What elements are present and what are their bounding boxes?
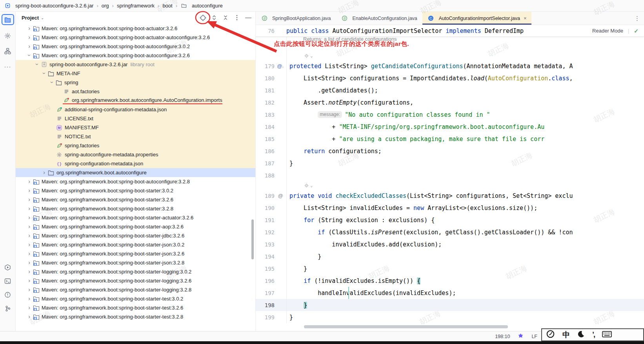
tree-item[interactable]: ›Maven: org.springframework.boot:spring-… <box>16 213 255 222</box>
tree-item[interactable]: ›Maven: org.springframework.boot:spring-… <box>16 195 255 204</box>
tree-item[interactable]: spring.factories <box>16 141 255 150</box>
line-number[interactable]: 197 <box>256 290 275 296</box>
gutter-icon-slot[interactable]: @ <box>275 193 286 199</box>
code-line-text[interactable]: Assert.notEmpty(configurations, <box>286 96 644 109</box>
services-tool-button[interactable] <box>2 263 13 272</box>
structure-tool-button[interactable] <box>2 46 13 56</box>
tree-item[interactable]: ›org.springframework.boot.autoconfigure <box>16 168 255 177</box>
tree-item[interactable]: MMANIFEST.MF <box>16 123 255 132</box>
tree-item[interactable]: ›Maven: org.springframework.boot:spring-… <box>16 24 255 33</box>
locate-icon[interactable] <box>199 14 207 22</box>
code-line-text[interactable]: return configurations; <box>286 145 644 157</box>
terminal-tool-button[interactable] <box>2 276 13 286</box>
line-number[interactable]: 185 <box>256 136 275 142</box>
tree-item[interactable]: aot.factories <box>16 87 255 96</box>
line-number[interactable]: 187 <box>256 160 275 167</box>
line-number[interactable]: 191 <box>256 217 275 223</box>
tree-item[interactable]: LICENSE.txt <box>16 114 255 123</box>
line-number[interactable]: 192 <box>256 229 275 235</box>
code-line-text[interactable]: } <box>286 250 644 263</box>
more-icon[interactable]: ⋮ <box>233 14 241 22</box>
code-line[interactable]: 183 message:"No auto configuration class… <box>256 109 644 121</box>
line-number[interactable]: 179 <box>256 63 275 69</box>
chevron-right-icon[interactable]: › <box>26 259 33 266</box>
tree-item[interactable]: ›Maven: org.springframework.boot:spring-… <box>16 276 255 285</box>
code-line[interactable]: 180 List<String> configurations = Import… <box>256 72 644 84</box>
inspections-ok-icon[interactable]: ✓ <box>634 28 639 34</box>
tree-item[interactable]: spring-autoconfigure-metadata.properties <box>16 150 255 159</box>
code-line[interactable]: 188 <box>256 169 644 181</box>
tree-item[interactable]: ›Maven: org.springframework.boot:spring-… <box>16 294 255 303</box>
tree-item[interactable]: ›Maven: org.springframework.boot:spring-… <box>16 42 255 51</box>
line-number[interactable]: 194 <box>256 253 275 260</box>
tree-item[interactable]: ›Maven: org.springframework.boot:spring-… <box>16 186 255 195</box>
problems-tool-button[interactable] <box>2 290 13 299</box>
tree-item[interactable]: ›Maven: org.springframework.boot:spring-… <box>16 285 255 294</box>
tree-item[interactable]: ›Maven: org.springframework.boot:spring-… <box>16 177 255 186</box>
code-line[interactable]: 191 for (String exclusion : exclusions) … <box>256 214 644 226</box>
chevron-right-icon[interactable]: › <box>26 250 33 257</box>
code-line[interactable]: 179@↓protected List<String> getCandidate… <box>256 60 644 72</box>
code-line[interactable]: 193 invalidExcludes.add(exclusion); <box>256 238 644 250</box>
code-line[interactable]: 198 } <box>256 299 644 311</box>
chevron-right-icon[interactable]: › <box>26 232 33 239</box>
code-line[interactable]: 196 if (!invalidExcludes.isEmpty()) { <box>256 275 644 287</box>
horizontal-scrollbar[interactable] <box>304 325 508 328</box>
chevron-right-icon[interactable]: › <box>26 304 33 311</box>
tree-item[interactable]: additional-spring-configuration-metadata… <box>16 105 255 114</box>
ime-keyboard-icon[interactable] <box>602 331 612 339</box>
reader-mode-button[interactable]: Reader Mode <box>592 28 623 34</box>
code-line-text[interactable]: protected List<String> getCandidateConfi… <box>286 60 644 72</box>
line-number[interactable]: 186 <box>256 148 275 154</box>
line-number[interactable]: 188 <box>256 172 275 179</box>
code-line-text[interactable]: } <box>286 263 644 275</box>
code-line-text[interactable]: private void checkExcludedClasses(List<S… <box>286 190 644 202</box>
tree-item[interactable]: ›Maven: org.springframework.boot:spring-… <box>16 33 255 42</box>
chevron-down-icon[interactable]: › <box>41 70 47 76</box>
code-line-text[interactable]: if (!invalidExcludes.isEmpty()) { <box>286 275 644 287</box>
code-line-text[interactable]: List<String> configurations = ImportCand… <box>286 72 644 84</box>
close-icon[interactable]: × <box>524 15 527 21</box>
hide-icon[interactable]: — <box>244 14 252 22</box>
line-separator-indicator[interactable]: LF <box>531 334 537 339</box>
tree-item[interactable]: ›Maven: org.springframework.boot:spring-… <box>16 267 255 276</box>
ime-punctuation-mode[interactable]: ’, <box>592 331 595 339</box>
tree-item[interactable]: ›Maven: org.springframework.boot:spring-… <box>16 231 255 240</box>
code-line[interactable]: 187} <box>256 157 644 169</box>
chevron-right-icon[interactable]: › <box>26 223 33 230</box>
ai-assistant-icon[interactable] <box>518 333 524 340</box>
code-line-text[interactable]: handleInvalidExcludes(invalidExcludes); <box>286 287 644 299</box>
annotation-gutter-icon[interactable]: @ <box>278 193 283 199</box>
gutter-icon-slot[interactable]: @↓ <box>275 63 286 69</box>
line-number[interactable]: 190 <box>256 205 275 211</box>
line-number[interactable]: 193 <box>256 241 275 248</box>
git-tool-button[interactable] <box>2 304 13 313</box>
tree-item[interactable]: ›Maven: org.springframework.boot:spring-… <box>16 51 255 60</box>
caret-position[interactable]: 198:10 <box>495 334 510 339</box>
tree-item[interactable]: {}spring-configuration-metadata.json <box>16 159 255 168</box>
tree-scrollbar[interactable] <box>251 219 254 259</box>
tab-bar-more-icon[interactable]: ⋮ <box>634 15 640 22</box>
ime-moon-icon[interactable] <box>577 330 585 339</box>
tree-item[interactable]: org.springframework.boot.autoconfigure.A… <box>16 96 255 105</box>
code-line[interactable]: 192 if (ClassUtils.isPresent(exclusion, … <box>256 226 644 238</box>
tree-item[interactable]: ›Maven: org.springframework.boot:spring-… <box>16 303 255 312</box>
code-line[interactable]: 197 handleInvalidExcludes(invalidExclude… <box>256 287 644 299</box>
chevron-right-icon[interactable]: › <box>26 34 33 40</box>
code-area[interactable]: Returns: a list of candidate configurati… <box>256 36 644 331</box>
chevron-down-icon[interactable]: › <box>26 52 33 58</box>
chevron-down-icon[interactable]: › <box>49 79 55 85</box>
code-line-text[interactable]: invalidExcludes.add(exclusion); <box>286 238 644 250</box>
line-number[interactable]: 180 <box>256 75 275 81</box>
code-line[interactable]: 190 List<String> invalidExcludes = new A… <box>256 202 644 214</box>
breadcrumb-item[interactable]: springframework <box>117 3 155 9</box>
tree-item[interactable]: ›Maven: org.springframework.boot:spring-… <box>16 240 255 249</box>
code-line-text[interactable]: + "META-INF/spring/org.springframework.b… <box>286 121 644 133</box>
chevron-right-icon[interactable]: › <box>26 43 33 49</box>
sticky-header-line[interactable]: 76 public class AutoConfigurationImportS… <box>256 25 644 37</box>
tab-AutoConfigurationImportSelector[interactable]: CAutoConfigurationImportSelector.java× <box>422 12 532 25</box>
chevron-right-icon[interactable]: › <box>26 196 33 203</box>
line-number[interactable]: 195 <box>256 266 275 272</box>
breadcrumb-item[interactable]: spring-boot-autoconfigure-3.2.6.jar <box>4 3 93 9</box>
code-line-text[interactable]: message:"No auto configuration classes f… <box>286 109 644 121</box>
